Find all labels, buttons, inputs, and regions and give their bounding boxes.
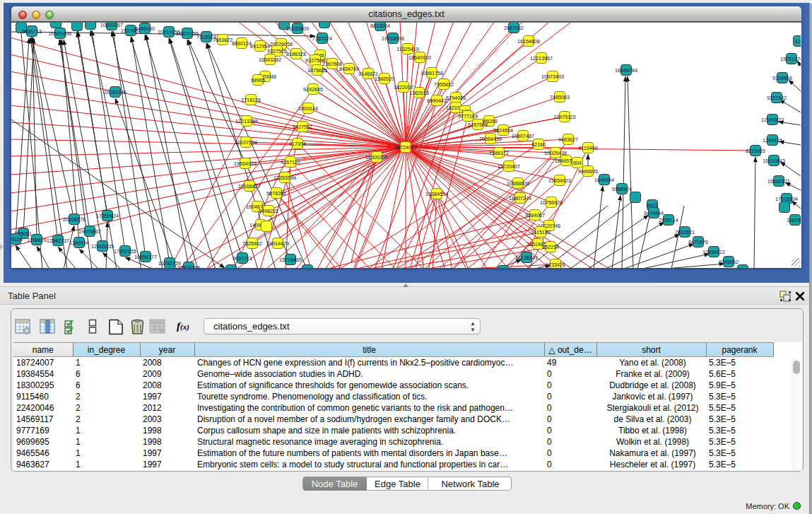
svg-text:10654112: 10654112 [702, 249, 724, 255]
svg-text:10961758: 10961758 [420, 70, 443, 76]
svg-text:12923468: 12923468 [177, 264, 200, 269]
svg-text:16033809: 16033809 [286, 25, 309, 32]
svg-text:9245652: 9245652 [719, 259, 739, 265]
svg-text:1244415: 1244415 [763, 137, 782, 144]
svg-text:3824554: 3824554 [493, 127, 513, 134]
svg-text:12505135: 12505135 [91, 243, 114, 250]
svg-text:1345194: 1345194 [69, 240, 89, 246]
svg-text:8427552: 8427552 [293, 124, 312, 130]
svg-text:8186328: 8186328 [286, 51, 306, 57]
svg-text:12975115: 12975115 [553, 114, 575, 120]
svg-text:2935114: 2935114 [659, 217, 678, 223]
svg-text:10958177: 10958177 [134, 254, 157, 260]
svg-text:9699695: 9699695 [578, 168, 598, 175]
svg-text:12942737: 12942737 [47, 238, 69, 244]
svg-text:18724007: 18724007 [394, 144, 417, 151]
svg-text:1733426: 1733426 [546, 262, 565, 268]
svg-text:2718126: 2718126 [241, 97, 261, 103]
svg-text:116753: 116753 [787, 217, 801, 223]
svg-text:14136141: 14136141 [515, 255, 538, 261]
svg-text:8454749: 8454749 [339, 66, 359, 72]
svg-text:4267110: 4267110 [281, 159, 300, 165]
svg-text:9777169: 9777169 [458, 113, 478, 119]
svg-text:7625402: 7625402 [242, 240, 262, 247]
svg-text:17957255: 17957255 [114, 248, 136, 255]
svg-text:20691406: 20691406 [49, 30, 71, 37]
svg-text:16914479: 16914479 [266, 240, 289, 247]
svg-text:1156829: 1156829 [27, 237, 46, 243]
svg-text:16210643: 16210643 [763, 158, 785, 164]
svg-text:19654923: 19654923 [234, 160, 257, 167]
svg-text:19654923: 19654923 [548, 177, 571, 184]
svg-text:62160: 62160 [531, 141, 546, 148]
svg-text:10688609: 10688609 [507, 180, 529, 187]
svg-text:10107554: 10107554 [235, 139, 257, 146]
svg-text:12353594: 12353594 [273, 175, 296, 181]
svg-text:2803144: 2803144 [298, 105, 318, 112]
svg-text:8660124: 8660124 [232, 40, 252, 47]
svg-text:1615132: 1615132 [531, 229, 551, 235]
svg-text:10671355: 10671355 [176, 30, 199, 37]
svg-text:7663822: 7663822 [213, 37, 233, 43]
svg-text:8990443: 8990443 [427, 98, 447, 104]
svg-text:9463627: 9463627 [558, 136, 578, 143]
svg-text:7632621: 7632621 [675, 229, 695, 235]
svg-text:5498222: 5498222 [259, 208, 278, 214]
svg-text:7955812: 7955812 [434, 81, 454, 88]
svg-text:15692971: 15692971 [767, 178, 790, 185]
svg-text:17016504: 17016504 [775, 196, 798, 202]
svg-text:252254: 252254 [542, 244, 559, 250]
svg-text:98965: 98965 [251, 77, 265, 83]
svg-text:18807249: 18807249 [509, 195, 531, 201]
svg-text:19384554: 19384554 [425, 191, 448, 197]
svg-text:19166827: 19166827 [238, 183, 261, 189]
svg-text:11325419: 11325419 [396, 46, 418, 52]
svg-text:417004: 417004 [289, 141, 306, 147]
svg-text:9084067: 9084067 [525, 212, 545, 218]
svg-text:10807487: 10807487 [512, 133, 534, 139]
svg-text:10973493: 10973493 [541, 74, 564, 80]
svg-text:9055713: 9055713 [22, 28, 42, 35]
svg-text:9474444: 9474444 [644, 210, 664, 216]
svg-text:20206576: 20206576 [63, 216, 86, 223]
svg-text:8813054: 8813054 [370, 23, 390, 29]
svg-text:1362615: 1362615 [409, 90, 429, 96]
svg-text:12213967: 12213967 [530, 55, 553, 62]
svg-text:10653267: 10653267 [100, 23, 123, 28]
svg-text:17359924: 17359924 [96, 213, 119, 219]
svg-text:15720407: 15720407 [498, 163, 520, 170]
svg-text:7386372: 7386372 [489, 150, 509, 156]
svg-text:5958924: 5958924 [612, 186, 632, 192]
svg-text:2687682: 2687682 [504, 25, 524, 31]
svg-text:20053346: 20053346 [104, 89, 126, 95]
svg-text:15751074: 15751074 [780, 56, 801, 62]
svg-text:9329966: 9329966 [772, 75, 792, 81]
svg-text:9327505: 9327505 [267, 48, 287, 54]
svg-text:1640954: 1640954 [594, 177, 614, 183]
svg-text:15716485: 15716485 [279, 257, 302, 263]
svg-text:12213389: 12213389 [235, 118, 258, 124]
svg-text:6466160: 6466160 [135, 25, 155, 32]
svg-text:6794028: 6794028 [446, 95, 466, 101]
svg-text:3875685: 3875685 [307, 67, 327, 74]
svg-text:16543382: 16543382 [259, 57, 281, 63]
svg-text:7357224: 7357224 [312, 35, 332, 42]
svg-text:16648784: 16648784 [615, 67, 637, 74]
svg-text:10756928: 10756928 [540, 199, 563, 206]
svg-text:111: 111 [795, 38, 801, 45]
svg-text:6497508: 6497508 [468, 122, 488, 128]
svg-text:9115460: 9115460 [578, 145, 597, 151]
svg-text:12093872: 12093872 [761, 117, 784, 123]
svg-text:19975867: 19975867 [78, 228, 101, 235]
svg-text:18640910: 18640910 [408, 54, 431, 61]
svg-text:9242845: 9242845 [303, 86, 323, 93]
svg-text:604: 604 [573, 160, 582, 166]
svg-text:39154: 39154 [11, 236, 23, 243]
svg-text:9657771: 9657771 [233, 255, 252, 262]
svg-text:1588520: 1588520 [375, 76, 394, 82]
svg-text:8471676: 8471676 [688, 239, 708, 245]
svg-text:19218506: 19218506 [382, 35, 404, 42]
svg-text:8215955: 8215955 [746, 148, 765, 154]
svg-text:7485063: 7485063 [550, 94, 570, 100]
svg-text:20364436: 20364436 [479, 136, 502, 142]
